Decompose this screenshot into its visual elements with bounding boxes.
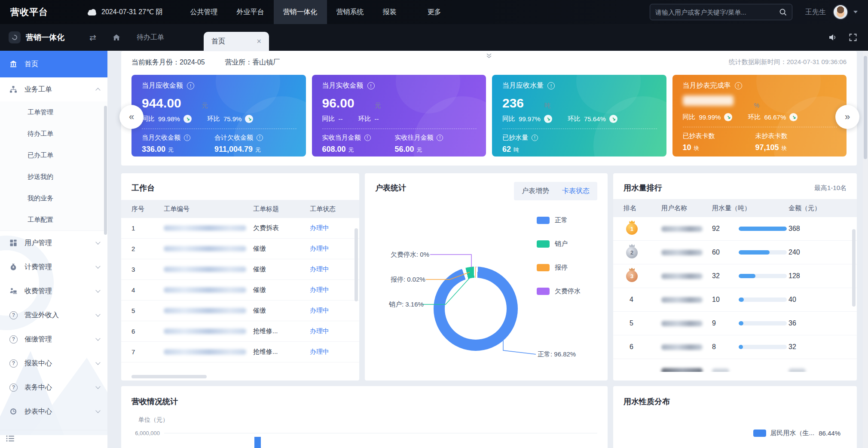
- scrollbar-thumb[interactable]: [864, 56, 867, 159]
- menu-list-icon[interactable]: [6, 435, 15, 444]
- status-link[interactable]: 办理中: [310, 348, 359, 356]
- table-row[interactable]: 3 32 128: [613, 264, 857, 288]
- callout-label: 报停: 0.02%: [391, 276, 425, 284]
- sidebar-group-non-operating-income[interactable]: 营业外收入: [0, 303, 107, 327]
- info-icon[interactable]: [257, 135, 263, 141]
- sidebar-item-done-orders[interactable]: 已办工单: [0, 144, 107, 166]
- table-row[interactable]: 7抢维修...办理中: [121, 342, 359, 362]
- info-icon[interactable]: [184, 135, 190, 141]
- scrollbar-thumb-horizontal[interactable]: [131, 375, 207, 378]
- app-logo-icon: [9, 31, 21, 43]
- status-link[interactable]: 办理中: [310, 327, 359, 335]
- tab-meter-growth[interactable]: 户表增势: [522, 187, 549, 196]
- table-row[interactable]: 1 92 368: [613, 217, 857, 241]
- home-icon[interactable]: [113, 34, 120, 41]
- fullscreen-icon[interactable]: [849, 34, 857, 41]
- status-link[interactable]: 办理中: [310, 224, 359, 232]
- table-row[interactable]: 5催缴办理中: [121, 301, 359, 321]
- sidebar-group-fee-collection[interactable]: 收费管理: [0, 279, 107, 303]
- legend-item[interactable]: 欠费停水: [537, 287, 581, 295]
- legend-item[interactable]: 销户: [537, 240, 581, 248]
- info-icon[interactable]: [187, 82, 194, 89]
- status-link[interactable]: 办理中: [310, 307, 359, 315]
- redacted-user-name: [661, 250, 703, 255]
- cloud-icon: [88, 12, 96, 15]
- info-icon[interactable]: [364, 135, 371, 141]
- sidebar-group-meter-reading-center[interactable]: 抄表中心: [0, 399, 107, 423]
- tab-home[interactable]: 首页: [204, 32, 269, 51]
- nav-item-marketing-system[interactable]: 营销系统: [327, 0, 373, 24]
- table-row[interactable]: [613, 359, 857, 372]
- sidebar-item-my-business[interactable]: 我的业务: [0, 187, 107, 209]
- info-icon[interactable]: [367, 82, 375, 89]
- sidebar-item-cc-me[interactable]: 抄送我的: [0, 166, 107, 187]
- info-icon[interactable]: [735, 82, 742, 89]
- table-row[interactable]: 6 8 32: [613, 335, 857, 359]
- scrollbar-thumb-vertical[interactable]: [852, 229, 856, 307]
- status-link[interactable]: 办理中: [310, 245, 359, 253]
- sidebar-group-user-mgmt[interactable]: 用户管理: [0, 231, 107, 255]
- info-icon[interactable]: [532, 135, 538, 141]
- sidebar-group-install-center[interactable]: 报装中心: [0, 351, 107, 375]
- table-row[interactable]: 4催缴办理中: [121, 280, 359, 301]
- legend-swatch: [537, 288, 550, 295]
- legend-item[interactable]: 报停: [537, 264, 581, 272]
- nav-item-field-platform[interactable]: 外业平台: [227, 0, 274, 24]
- main-content: 当前账务月份：2024-05 营业所：香山镇厂 统计数据刷新时间：2024-07…: [121, 51, 857, 448]
- sidebar-group-billing-mgmt[interactable]: 计费管理: [0, 255, 107, 279]
- info-icon[interactable]: [437, 135, 443, 141]
- table-row[interactable]: 3催缴办理中: [121, 259, 359, 280]
- switch-app-icon[interactable]: [89, 33, 96, 43]
- info-icon[interactable]: [547, 82, 555, 89]
- sidebar-item-home[interactable]: 首页: [0, 51, 107, 77]
- close-icon[interactable]: [257, 37, 261, 46]
- page-scrollbar[interactable]: [863, 51, 868, 448]
- search-input[interactable]: [655, 9, 779, 16]
- table-row[interactable]: 1欠费拆表办理中: [121, 218, 359, 239]
- trend-down-icon: [245, 115, 253, 123]
- global-search[interactable]: [650, 4, 792, 20]
- nav-item-public-mgmt[interactable]: 公共管理: [181, 0, 227, 24]
- gridline: [164, 433, 597, 433]
- user-menu[interactable]: 王先生: [805, 4, 858, 20]
- sidebar-group-work-order[interactable]: 业务工单: [0, 77, 107, 101]
- redacted-user-name: [661, 226, 703, 232]
- meter-icon: [9, 408, 19, 415]
- volume-icon[interactable]: [828, 34, 837, 41]
- nav-item-install-report[interactable]: 报装: [373, 0, 406, 24]
- status-link[interactable]: 办理中: [310, 286, 359, 294]
- table-row[interactable]: 2催缴办理中: [121, 239, 359, 259]
- table-row[interactable]: 4 10 40: [613, 288, 857, 312]
- sidebar-group-collection-mgmt[interactable]: 催缴管理: [0, 327, 107, 351]
- table-row[interactable]: 5 9 36: [613, 312, 857, 335]
- collapse-chevron-icon[interactable]: [486, 53, 492, 61]
- quick-link-todo[interactable]: 待办工单: [137, 33, 164, 42]
- table-header: 序号 工单编号 工单标题 工单状态: [121, 200, 359, 218]
- table-row[interactable]: 6抢维修...办理中: [121, 321, 359, 342]
- sidebar-item-todo-orders[interactable]: 待办工单: [0, 123, 107, 144]
- sidebar-scrollbar-thumb[interactable]: [104, 106, 107, 235]
- sidebar-item-order-config[interactable]: 工单配置: [0, 209, 107, 230]
- chevron-down-icon[interactable]: [853, 11, 858, 13]
- scrollbar-thumb-vertical[interactable]: [355, 228, 358, 301]
- sidebar-group-label: 营业外收入: [24, 311, 59, 320]
- bank-icon: [9, 60, 19, 68]
- carousel-next-button[interactable]: [835, 105, 859, 129]
- sidebar-group-meter-affairs-center[interactable]: 表务中心: [0, 375, 107, 399]
- search-icon[interactable]: [779, 8, 787, 16]
- sidebar-item-order-mgmt[interactable]: 工单管理: [0, 101, 107, 123]
- legend-item[interactable]: 居民用水（生... 86.44%: [753, 429, 840, 437]
- table-row[interactable]: 2 60 240: [613, 241, 857, 264]
- office-value: 香山镇厂: [252, 58, 280, 66]
- nav-item-more[interactable]: 更多: [418, 0, 451, 24]
- table-header: 排名 用户名称 用水量（吨） 金额（元）: [613, 199, 857, 217]
- legend-item[interactable]: 正常: [537, 216, 581, 224]
- nav-item-marketing-integration[interactable]: 营销一体化: [274, 0, 327, 24]
- tab-card-status[interactable]: 卡表状态: [562, 187, 590, 196]
- usage-bar: [739, 274, 787, 278]
- weather-text: 2024-07-31 27℃ 阴: [101, 8, 163, 17]
- revenue-stats-panel: 营收情况统计 单位（元） 6,000,000: [121, 386, 608, 448]
- status-link[interactable]: 办理中: [310, 265, 359, 273]
- avatar[interactable]: [833, 4, 848, 20]
- carousel-prev-button[interactable]: [119, 105, 144, 129]
